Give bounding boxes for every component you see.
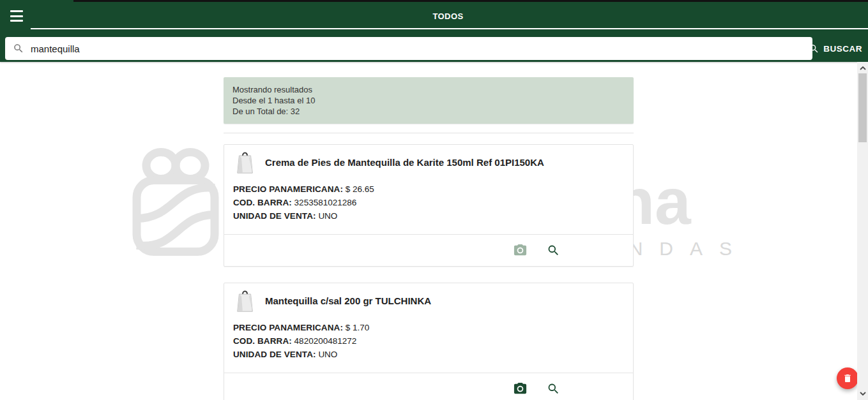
main-content: Panamericana TIENDAS Mostrando resultado…	[0, 62, 868, 400]
product-unit-line: UNIDAD DE VENTA: UNO	[233, 350, 624, 359]
chevron-up-icon	[860, 66, 866, 70]
product-price-line: PRECIO PANAMERICANA: $ 26.65	[233, 184, 624, 194]
product-title: Mantequilla c/sal 200 gr TULCHINKA	[265, 295, 431, 306]
barcode-label: COD. BARRA:	[233, 198, 292, 207]
section-divider	[224, 133, 634, 133]
product-title: Crema de Pies de Mantequilla de Karite 1…	[265, 157, 544, 168]
unit-label: UNIDAD DE VENTA:	[233, 350, 316, 359]
scrollbar-thumb[interactable]	[858, 73, 867, 142]
results-summary: Mostrando resultados Desde el 1 hasta el…	[224, 77, 634, 124]
product-card: Crema de Pies de Mantequilla de Karite 1…	[224, 144, 634, 267]
scroll-up-button[interactable]	[857, 63, 868, 73]
vertical-scrollbar[interactable]	[857, 62, 868, 400]
barcode-value: 3253581021286	[294, 198, 357, 207]
price-label: PRECIO PANAMERICANA:	[233, 184, 343, 194]
camera-icon	[513, 243, 528, 258]
search-button[interactable]: BUSCAR	[809, 37, 862, 60]
toolbar: TODOS	[0, 0, 868, 28]
search-icon	[809, 43, 819, 54]
view-detail-button[interactable]	[545, 381, 561, 397]
barcode-label: COD. BARRA:	[233, 336, 292, 346]
view-detail-button[interactable]	[545, 242, 561, 258]
search-icon	[13, 43, 24, 54]
brand-logo-icon	[131, 144, 220, 257]
shopping-bag-icon	[236, 288, 254, 313]
delete-fab-button[interactable]	[837, 367, 858, 389]
product-barcode-line: COD. BARRA: 3253581021286	[233, 198, 624, 207]
search-input[interactable]	[31, 43, 806, 54]
magnifier-icon	[547, 244, 560, 257]
search-row: BUSCAR	[0, 29, 868, 62]
price-value: $ 26.65	[346, 184, 374, 194]
page-title: TODOS	[433, 11, 464, 21]
results-column: Mostrando resultados Desde el 1 hasta el…	[224, 62, 634, 400]
product-unit-line: UNIDAD DE VENTA: UNO	[233, 211, 624, 221]
app-root: TODOS BUSCAR	[0, 0, 868, 400]
magnifier-icon	[547, 382, 560, 396]
search-box[interactable]	[5, 37, 812, 60]
chevron-down-icon	[860, 392, 866, 396]
product-actions	[224, 234, 633, 266]
price-label: PRECIO PANAMERICANA:	[233, 323, 343, 332]
unit-label: UNIDAD DE VENTA:	[233, 211, 316, 221]
scroll-down-button[interactable]	[857, 389, 868, 399]
price-value: $ 1.70	[346, 323, 370, 332]
search-button-label: BUSCAR	[823, 44, 862, 54]
product-barcode-line: COD. BARRA: 4820200481272	[233, 336, 624, 346]
product-details: PRECIO PANAMERICANA: $ 1.70 COD. BARRA: …	[224, 313, 633, 367]
app-header: TODOS BUSCAR	[0, 0, 868, 62]
unit-value: UNO	[318, 211, 337, 221]
trash-icon	[842, 373, 853, 383]
camera-button[interactable]	[512, 242, 529, 259]
shopping-bag-icon	[236, 149, 254, 175]
summary-line-2: Desde el 1 hasta el 10	[232, 95, 625, 106]
product-price-line: PRECIO PANAMERICANA: $ 1.70	[233, 323, 624, 332]
camera-icon	[513, 381, 528, 396]
menu-button[interactable]	[8, 10, 25, 22]
summary-line-3: De un Total de: 32	[232, 106, 625, 117]
product-details: PRECIO PANAMERICANA: $ 26.65 COD. BARRA:…	[224, 175, 633, 228]
product-actions	[224, 373, 633, 400]
unit-value: UNO	[318, 350, 337, 359]
product-card-header: Mantequilla c/sal 200 gr TULCHINKA	[224, 283, 633, 313]
product-card: Mantequilla c/sal 200 gr TULCHINKA PRECI…	[224, 283, 634, 400]
barcode-value: 4820200481272	[294, 336, 357, 346]
camera-button[interactable]	[512, 380, 529, 397]
product-card-header: Crema de Pies de Mantequilla de Karite 1…	[224, 145, 633, 175]
summary-line-1: Mostrando resultados	[232, 84, 625, 95]
